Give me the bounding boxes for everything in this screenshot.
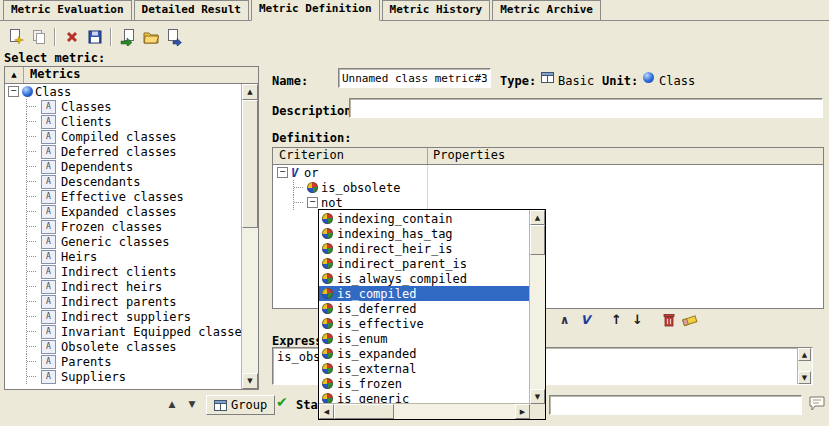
tree-scrollbar[interactable]: ▲ ▼	[241, 84, 258, 389]
tree-item[interactable]: ADeferred classes	[5, 144, 242, 159]
erase-definition-icon[interactable]	[681, 311, 698, 328]
tree-item[interactable]: AExpanded classes	[5, 204, 242, 219]
dropdown-item[interactable]: is_deferred	[319, 301, 530, 316]
expression-scrollbar[interactable]: ▲ ▼	[797, 348, 812, 384]
dropdown-item[interactable]: is_effective	[319, 316, 530, 331]
status-detail-input[interactable]	[549, 395, 802, 415]
criterion-toolbar: ∧ V ↑ ↓	[556, 311, 698, 328]
dropdown-horizontal-scrollbar[interactable]: ◀ ▶	[319, 403, 530, 419]
scroll-down-icon[interactable]: ▼	[242, 373, 258, 389]
metric-icon: A	[41, 265, 56, 279]
move-criterion-up-icon[interactable]: ↑	[608, 311, 625, 328]
delete-metric-icon[interactable]	[60, 26, 83, 48]
select-metric-label: Select metric:	[4, 51, 105, 65]
tree-item[interactable]: AFrozen classes	[5, 219, 242, 234]
sort-ascending-icon[interactable]: ▲	[5, 67, 24, 83]
group-toggle-button[interactable]: Group	[206, 395, 275, 415]
tree-item[interactable]: AEffective classes	[5, 189, 242, 204]
move-metric-down-button[interactable]: ▼	[184, 397, 200, 411]
tree-connector	[26, 354, 40, 369]
tree-item[interactable]: AHeirs	[5, 249, 242, 264]
criterion-icon	[322, 213, 333, 224]
export-metrics-icon[interactable]	[162, 26, 185, 48]
tree-item[interactable]: AGeneric classes	[5, 234, 242, 249]
eraser-icon	[681, 312, 698, 328]
tree-item[interactable]: ASuppliers	[5, 369, 242, 384]
dropdown-item[interactable]: indirect_parent_is	[319, 256, 530, 271]
criterion-row-or[interactable]: − V or	[273, 165, 823, 180]
tree-item[interactable]: AClients	[5, 114, 242, 129]
tree-item[interactable]: AIndirect parents	[5, 294, 242, 309]
dropdown-item[interactable]: indexing_contain	[319, 211, 530, 226]
save-metric-icon[interactable]	[83, 26, 106, 48]
criterion-row-is-obsolete[interactable]: is_obsolete	[273, 180, 823, 195]
comment-button[interactable]	[808, 394, 826, 415]
criterion-row-not[interactable]: − not	[273, 195, 823, 210]
scroll-up-icon[interactable]: ▲	[242, 84, 258, 100]
dropdown-item[interactable]: is_always_compiled	[319, 271, 530, 286]
collapse-icon[interactable]: −	[8, 86, 19, 97]
dropdown-scrollbar-thumb[interactable]	[530, 225, 545, 255]
dropdown-item[interactable]: is_enum	[319, 331, 530, 346]
tree-root-class[interactable]: − Class	[5, 84, 242, 99]
scroll-down-icon[interactable]: ▼	[530, 389, 545, 404]
tab-metric-history[interactable]: Metric History	[382, 0, 491, 21]
import-metrics-icon[interactable]	[116, 26, 139, 48]
dropdown-item-selected[interactable]: is_compiled	[319, 286, 530, 301]
tree-item[interactable]: AIndirect suppliers	[5, 309, 242, 324]
basic-type-icon	[541, 72, 554, 83]
open-metrics-folder-icon[interactable]	[139, 26, 162, 48]
collapse-icon[interactable]: −	[277, 167, 288, 178]
new-metric-icon[interactable]	[4, 26, 27, 48]
tree-item[interactable]: AIndirect heirs	[5, 279, 242, 294]
red-x-icon	[63, 28, 81, 46]
name-input[interactable]	[338, 68, 491, 88]
dropdown-item[interactable]: is_external	[319, 361, 530, 376]
tab-metric-archive[interactable]: Metric Archive	[492, 0, 601, 21]
tree-item[interactable]: AIndirect clients	[5, 264, 242, 279]
tree-item[interactable]: AObsolete classes	[5, 339, 242, 354]
description-input[interactable]	[349, 98, 823, 118]
copy-metric-icon[interactable]	[27, 26, 50, 48]
tree-connector	[26, 114, 40, 129]
tree-item-label: Effective classes	[59, 190, 184, 204]
and-criterion-icon[interactable]: ∧	[556, 311, 573, 328]
dropdown-item[interactable]: is_expanded	[319, 346, 530, 361]
dropdown-vertical-scrollbar[interactable]: ▲ ▼	[529, 210, 545, 404]
tree-item-label: Invariant Equipped classes	[59, 325, 242, 339]
tab-metric-evaluation[interactable]: Metric Evaluation	[3, 0, 132, 21]
scroll-left-icon[interactable]: ◀	[319, 404, 334, 419]
tab-detailed-result[interactable]: Detailed Result	[134, 0, 249, 21]
properties-column-header[interactable]: Properties	[428, 148, 823, 164]
metric-icon: A	[41, 280, 56, 294]
tree-item[interactable]: AParents	[5, 354, 242, 369]
tree-connector	[26, 189, 40, 204]
dropdown-item[interactable]: is_frozen	[319, 376, 530, 391]
metric-icon: A	[41, 235, 56, 249]
criterion-column-header[interactable]: Criterion	[273, 148, 428, 164]
tree-item[interactable]: AInvariant Equipped classes	[5, 324, 242, 339]
scroll-right-icon[interactable]: ▶	[515, 404, 530, 419]
move-metric-up-button[interactable]: ▲	[164, 397, 180, 411]
collapse-icon[interactable]: −	[307, 197, 318, 208]
dropdown-item-label: indexing_has_tag	[337, 227, 453, 241]
scroll-up-icon[interactable]: ▲	[798, 348, 811, 361]
tab-metric-definition[interactable]: Metric Definition	[251, 0, 380, 21]
metric-tree-header[interactable]: ▲ Metrics	[5, 67, 258, 84]
tree-item[interactable]: AClasses	[5, 99, 242, 114]
tree-item[interactable]: ADescendants	[5, 174, 242, 189]
dropdown-hscrollbar-thumb[interactable]	[334, 404, 394, 419]
scroll-up-icon[interactable]: ▲	[530, 210, 545, 225]
dropdown-item[interactable]: indirect_heir_is	[319, 241, 530, 256]
metrics-column-header[interactable]: Metrics	[24, 67, 258, 83]
dropdown-item[interactable]: indexing_has_tag	[319, 226, 530, 241]
delete-criterion-icon[interactable]	[660, 311, 677, 328]
move-criterion-down-icon[interactable]: ↓	[629, 311, 646, 328]
scroll-down-icon[interactable]: ▼	[798, 371, 811, 384]
trash-icon	[661, 312, 677, 328]
criterion-icon	[322, 363, 333, 374]
or-criterion-icon[interactable]: V	[577, 311, 594, 328]
tree-item[interactable]: ACompiled classes	[5, 129, 242, 144]
tree-item[interactable]: ADependents	[5, 159, 242, 174]
tree-scrollbar-thumb[interactable]	[242, 100, 258, 228]
